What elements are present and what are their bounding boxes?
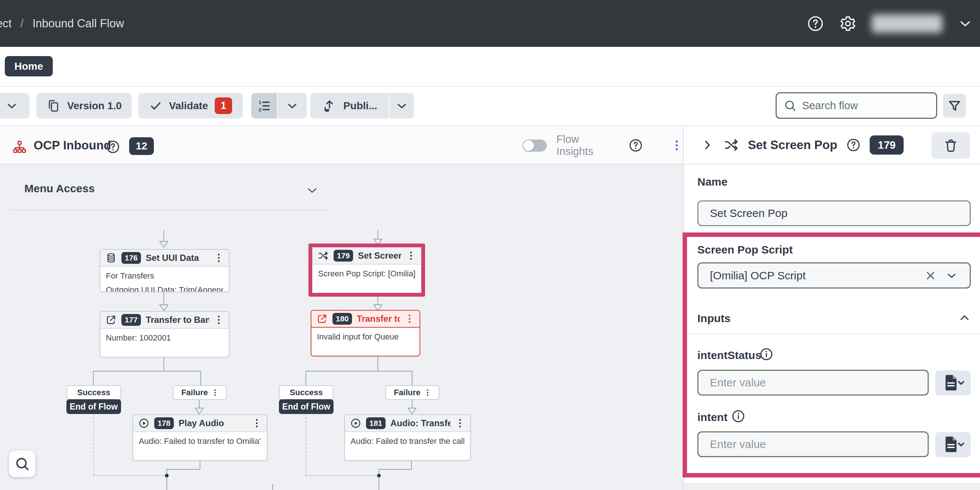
external-link-icon xyxy=(105,314,116,325)
shuffle-icon xyxy=(724,137,739,153)
branch-success[interactable]: Success xyxy=(279,385,334,400)
chevron-down-icon xyxy=(5,99,19,113)
check-icon xyxy=(149,99,162,113)
canvas-header: OCP Inbound 12 Flow Insights xyxy=(0,126,683,165)
panel-title: Set Screen Pop xyxy=(748,138,837,152)
flow-designer-screen: ect / Inbound Call Flow Home Version 1.0… xyxy=(0,0,980,490)
node-title: Play Audio xyxy=(178,418,247,428)
node-body-line: For Transfers xyxy=(106,271,223,281)
branch-failure[interactable]: Failure xyxy=(173,385,227,400)
name-input[interactable] xyxy=(697,200,971,226)
intentstatus-source-button[interactable] xyxy=(935,371,971,396)
numbered-list-icon: 12 xyxy=(257,99,272,113)
collapsed-dropdown-button[interactable] xyxy=(0,93,30,118)
funnel-icon xyxy=(947,99,962,113)
validate-button[interactable]: Validate 1 xyxy=(138,93,243,118)
screen-pop-script-value: [Omilia] OCP Script xyxy=(710,269,806,282)
chevron-down-icon xyxy=(285,99,299,113)
node-id-badge: 176 xyxy=(121,252,141,264)
validate-button-label: Validate xyxy=(169,100,208,112)
breadcrumb-prefix[interactable]: ect xyxy=(0,17,11,30)
branch-failure[interactable]: Failure xyxy=(385,385,439,400)
flow-node-179[interactable]: 179 Set Screen Pop Screen Pop Script: [O… xyxy=(312,247,422,293)
node-id-badge: 179 xyxy=(334,250,353,262)
arrow-down xyxy=(159,240,169,248)
flow-canvas[interactable]: Menu Access xyxy=(0,165,683,490)
node-more-menu-icon[interactable] xyxy=(455,417,465,430)
flow-node-count-badge: 12 xyxy=(129,137,154,155)
collapse-section-chevron-up-icon[interactable] xyxy=(958,311,972,325)
search-input[interactable] xyxy=(802,100,929,112)
chevron-down-icon xyxy=(395,99,409,113)
intent-source-button[interactable] xyxy=(935,432,971,457)
node-body-line: Audio: Failed to transfer the call to Ag… xyxy=(350,436,465,446)
user-name-redacted[interactable] xyxy=(872,14,942,33)
tutorial-highlight-top xyxy=(682,232,980,237)
flow-node-181[interactable]: 181 Audio: Transfer failure Audio: Faile… xyxy=(344,414,471,461)
canvas-zoom-button[interactable] xyxy=(9,450,35,477)
filter-button[interactable] xyxy=(943,94,966,118)
flow-node-180[interactable]: 180 Transfer to [Omilia] OCP Queue Inval… xyxy=(311,310,420,356)
flow-node-176[interactable]: 176 Set UUI Data For Transfers Outgoing … xyxy=(100,249,229,292)
tab-home-label: Home xyxy=(14,60,43,72)
info-icon[interactable] xyxy=(731,409,746,423)
branch-label: Failure xyxy=(181,388,208,398)
screen-pop-script-label: Screen Pop Script xyxy=(697,243,792,256)
screen-pop-script-select[interactable]: [Omilia] OCP Script xyxy=(697,262,971,288)
validate-error-badge: 1 xyxy=(215,97,232,114)
publish-upload-icon xyxy=(322,99,337,113)
version-button[interactable]: Version 1.0 xyxy=(37,93,132,118)
node-body-line: Outgoing UUI Data: Trim(Append( "", " ", xyxy=(106,285,223,292)
tutorial-highlight-bottom xyxy=(682,473,980,477)
node-more-menu-icon[interactable] xyxy=(252,417,262,430)
gear-icon[interactable] xyxy=(839,15,857,32)
flow-node-177[interactable]: 177 Transfer to Banking miniApp Number: … xyxy=(100,311,229,358)
help-icon[interactable] xyxy=(105,140,120,154)
chevron-down-icon[interactable] xyxy=(945,269,958,282)
step-order-dropdown-button[interactable] xyxy=(278,93,307,118)
delete-node-button[interactable] xyxy=(932,132,970,159)
node-body-line: Screen Pop Script: [Omilia] OCP Script xyxy=(318,269,415,278)
branch-more-menu-icon[interactable] xyxy=(424,388,431,398)
group-label-menu-access[interactable]: Menu Access xyxy=(24,182,95,195)
field-intent-label: intent xyxy=(697,411,728,423)
play-circle-icon xyxy=(138,418,150,429)
arrow-down xyxy=(159,304,169,312)
node-more-menu-icon[interactable] xyxy=(406,250,416,262)
name-label: Name xyxy=(697,176,728,188)
external-link-icon xyxy=(317,313,328,325)
panel-bottom-strip xyxy=(684,484,980,490)
inputs-section-label: Inputs xyxy=(697,312,730,325)
node-title: Audio: Transfer failure xyxy=(390,418,450,428)
flow-node-178[interactable]: 178 Play Audio Audio: Failed to transfer… xyxy=(132,414,267,461)
info-icon[interactable] xyxy=(759,347,774,361)
play-circle-icon xyxy=(350,418,361,429)
node-title: Transfer to Banking miniApp xyxy=(146,315,209,325)
help-icon[interactable] xyxy=(807,15,824,32)
step-order-button[interactable]: 12 xyxy=(251,93,277,118)
end-of-flow-label: End of Flow xyxy=(282,402,330,412)
flow-insights-toggle[interactable] xyxy=(522,140,547,152)
clear-x-icon[interactable] xyxy=(924,269,937,282)
publish-button[interactable]: Publi... xyxy=(310,93,389,118)
node-title: Transfer to [Omilia] OCP Queue xyxy=(357,313,400,324)
intentstatus-input[interactable] xyxy=(697,370,929,396)
group-collapse-chevron-icon[interactable] xyxy=(305,183,320,198)
app-header: ect / Inbound Call Flow xyxy=(0,0,980,47)
account-chevron-down-icon[interactable] xyxy=(957,16,974,32)
branch-success[interactable]: Success xyxy=(67,385,121,400)
canvas-more-menu-icon[interactable] xyxy=(670,139,683,152)
tab-home[interactable]: Home xyxy=(5,56,53,76)
intent-input[interactable] xyxy=(697,431,929,457)
flow-insights-label: Flow Insights xyxy=(557,133,619,158)
publish-dropdown-button[interactable] xyxy=(390,93,414,118)
node-more-menu-icon[interactable] xyxy=(214,313,224,326)
divider xyxy=(687,334,980,334)
help-icon[interactable] xyxy=(628,138,643,153)
branch-more-menu-icon[interactable] xyxy=(212,388,218,398)
node-more-menu-icon[interactable] xyxy=(405,312,414,325)
svg-text:2: 2 xyxy=(259,107,261,113)
node-more-menu-icon[interactable] xyxy=(214,251,224,264)
collapse-panel-chevron-right-icon[interactable] xyxy=(700,138,715,153)
help-icon[interactable] xyxy=(846,138,861,153)
